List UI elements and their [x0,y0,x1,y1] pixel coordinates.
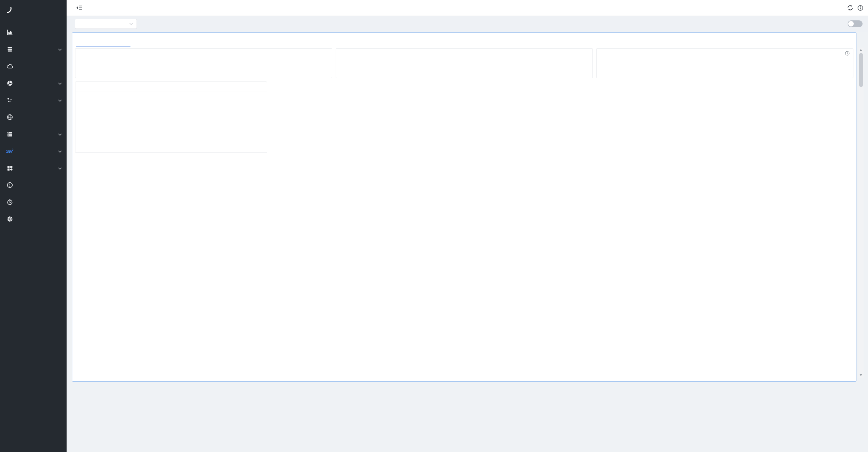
dashboards-icon [6,165,14,171]
instance-lists-row [75,231,853,322]
chevron-down-icon [129,22,133,25]
dashboard-container [72,32,856,382]
chevron-down-icon [58,97,62,103]
sidebar-item-browser[interactable] [0,109,67,126]
functions-cloud-icon [6,63,14,70]
info-icon[interactable] [857,5,863,11]
sidebar-item-general-service[interactable] [0,24,67,41]
general-service-icon [6,29,14,36]
stat-value-body [75,58,332,78]
logo-swoosh-icon [7,6,12,14]
sidebar-item-dashboards[interactable] [0,160,67,177]
stats-row [75,48,853,78]
tab-instance[interactable] [135,33,195,48]
filter-bar [67,16,868,32]
sidebar-menu: Sw [0,24,67,228]
endpoint-lists-row [75,325,853,382]
card-header [336,49,592,58]
tab-endpoint[interactable] [195,33,254,48]
self-observability-icon: Sw [6,148,14,155]
service-mesh-icon [6,46,14,53]
stat-value-body [597,58,853,78]
card-header [75,49,332,58]
service-select[interactable] [75,19,137,29]
toggle-knob [848,21,854,26]
sidebar-item-kubernetes[interactable] [0,75,67,92]
database-icon [6,131,14,138]
card-header [75,82,267,91]
stat-card-2 [596,48,853,78]
dashboard-cards [72,48,856,382]
content-area [67,32,868,382]
kubernetes-icon [6,80,14,87]
tab-trace[interactable] [314,33,373,48]
sidebar-collapse-icon[interactable] [76,5,83,11]
card-header [597,49,853,58]
sidebar-item-database[interactable] [0,126,67,143]
scrollbar-down-arrow[interactable] [860,374,862,376]
infrastructure-icon [6,97,14,104]
refresh-icon[interactable] [847,5,853,11]
info-icon[interactable] [845,51,850,56]
tab-log[interactable] [432,33,492,48]
chevron-down-icon [58,80,62,86]
svg-text:Sw: Sw [6,149,13,154]
tab-topology[interactable] [254,33,314,48]
topbar-right [828,5,863,11]
dashboard-tabs [72,33,856,48]
page-scrollbar[interactable] [858,48,864,378]
sidebar-item-functions[interactable] [0,58,67,75]
charts-row-1 [75,82,853,153]
stat-card-1 [336,48,593,78]
charts-row-2 [75,156,853,228]
chevron-down-icon [58,165,62,171]
stat-card-0 [75,48,332,78]
sidebar-item-events[interactable] [0,194,67,211]
chevron-down-icon [58,131,62,137]
app-logo [0,0,67,24]
settings-gear-icon [6,216,14,222]
stat-value-body [336,58,592,78]
top-header [67,0,868,16]
chart-card-service-avg-response-time [75,82,267,153]
sidebar: Sw [0,0,67,452]
tab-overview[interactable] [76,33,135,48]
chevron-down-icon [58,148,62,154]
auto-refresh-toggle[interactable] [848,20,863,27]
sidebar-item-service-mesh[interactable] [0,41,67,58]
chevron-down-icon [58,46,62,52]
sidebar-item-alarms[interactable] [0,177,67,194]
sidebar-item-self-observability[interactable]: Sw [0,143,67,160]
scrollbar-up-arrow[interactable] [860,49,862,51]
main-area [67,0,868,452]
app-root: Sw [0,0,868,452]
scrollbar-thumb[interactable] [859,53,863,87]
alarms-icon [6,182,14,188]
sidebar-item-infrastructure[interactable] [0,92,67,109]
sidebar-item-settings[interactable] [0,211,67,228]
tab-profile[interactable] [373,33,432,48]
events-icon [6,199,14,205]
browser-globe-icon [6,114,14,121]
